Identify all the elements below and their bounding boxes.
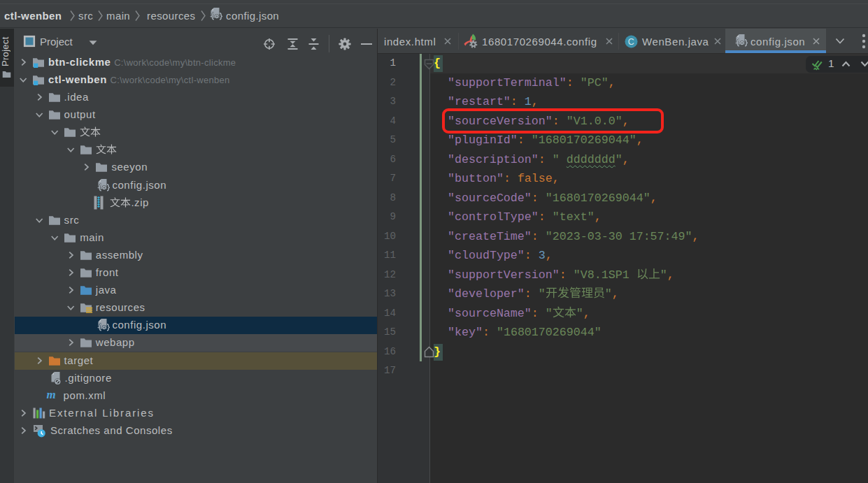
svg-text:C: C — [628, 37, 635, 47]
